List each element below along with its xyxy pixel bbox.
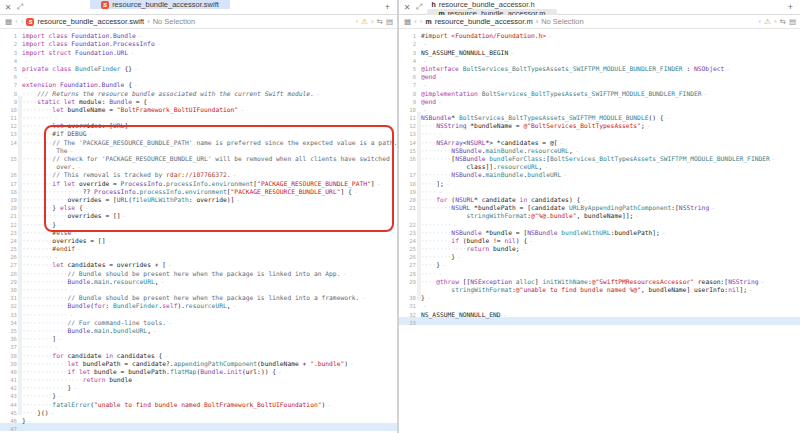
line-number[interactable]: 45 (0, 409, 18, 417)
line-number[interactable]: 27 (0, 261, 18, 269)
code-line[interactable]: 16········// This removal is tracked by … (0, 169, 397, 177)
code-line[interactable]: 15········NSBundle.mainBundle.resourceUR… (399, 145, 800, 153)
code-line[interactable]: class]].resourceURL,- (399, 161, 800, 169)
line-number[interactable]: 21 (0, 212, 18, 220)
code-line[interactable]: 14····NSArray<NSURL*> *candidates = @[- (399, 136, 800, 144)
code-line[interactable]: 10········let bundleName = "BoltFramewor… (0, 104, 397, 112)
line-number[interactable]: 29 (399, 278, 417, 286)
line-number[interactable]: 22 (0, 221, 18, 229)
code-line[interactable]: 43········}- (0, 390, 397, 398)
line-number[interactable]: 29 (0, 278, 18, 286)
line-number[interactable]: 28 (399, 270, 417, 278)
code-line[interactable]: 34············// For command-line tools.… (0, 317, 397, 325)
code-line[interactable]: 21········NSURL *bundlePath = [candidate… (399, 202, 800, 210)
line-number[interactable]: 34 (0, 319, 18, 327)
line-number[interactable]: 7 (0, 81, 18, 89)
code-line[interactable]: 3NS_ASSUME_NONNULL_BEGIN- (399, 46, 800, 54)
line-number[interactable]: 16 (0, 171, 18, 179)
line-number[interactable]: 42 (0, 384, 18, 392)
line-number[interactable]: 18 (399, 180, 417, 188)
code-line[interactable]: 24········overrides = []- (0, 235, 397, 243)
line-number[interactable]: 25 (399, 245, 417, 253)
previous-issue-icon[interactable]: ‹ (356, 17, 359, 26)
code-line[interactable]: stringWithFormat:@"%@.bundle", bundleNam… (399, 210, 800, 218)
line-number[interactable]: 47 (0, 425, 18, 433)
line-number[interactable]: 20 (0, 204, 18, 212)
code-line[interactable]: 12····NSString *bundleName = @"BoltServi… (399, 120, 800, 128)
code-line[interactable]: 26········}- (399, 251, 800, 259)
tab-resource_bundle_accessor.h[interactable]: hresource_bundle_accessor.h (427, 0, 539, 9)
line-number[interactable]: 16 (399, 155, 417, 163)
code-editor-objc[interactable]: 1#import <Foundation/Foundation.h>-2-3NS… (399, 28, 800, 433)
code-line[interactable]: 7- (399, 79, 800, 87)
code-line[interactable]: 4- (0, 55, 397, 63)
line-number[interactable]: 4 (0, 57, 18, 65)
enter-fullscreen-icon[interactable]: ⤢ (15, 2, 25, 12)
line-number[interactable]: 2 (399, 40, 417, 48)
code-line[interactable]: 35············Bundle.main.bundleURL,- (0, 325, 397, 333)
line-number[interactable]: 6 (399, 73, 417, 81)
line-number[interactable]: 30 (399, 294, 417, 302)
code-line[interactable]: 21············overrides = []- (0, 210, 397, 218)
line-number[interactable]: 41 (0, 376, 18, 384)
code-line[interactable]: 32NS_ASSUME_NONNULL_END- (399, 308, 800, 316)
code-line[interactable]: 10- (399, 104, 800, 112)
line-number[interactable]: 35 (0, 327, 18, 335)
code-line[interactable]: 39············let bundlePath = candidate… (0, 358, 397, 366)
code-editor-swift[interactable]: 1import class Foundation.Bundle-2import … (0, 28, 397, 433)
code-line[interactable]: 19············overrides = [URL(fileURLWi… (0, 194, 397, 202)
line-number[interactable]: 6 (0, 73, 18, 81)
code-line[interactable]: 24········if (bundle != nil) {- (399, 235, 800, 243)
code-line[interactable]: 15········// check for 'PACKAGE_RESOURCE… (0, 153, 397, 161)
next-issue-icon[interactable]: › (371, 17, 374, 26)
line-number[interactable]: 22 (399, 221, 417, 229)
code-line[interactable]: 33············- (0, 308, 397, 316)
line-number[interactable]: 30 (0, 286, 18, 294)
line-number[interactable]: 40 (0, 368, 18, 376)
adjust-editor-options-icon[interactable]: ▤ (386, 17, 393, 26)
code-line[interactable]: The- (0, 145, 397, 153)
line-number[interactable]: 3 (0, 49, 18, 57)
code-line[interactable]: 30}- (399, 292, 800, 300)
warning-icon[interactable]: ⚠ (361, 17, 368, 26)
line-number[interactable]: 3 (399, 49, 417, 57)
line-number[interactable]: 44 (0, 401, 18, 409)
code-line[interactable]: 46}- (0, 415, 397, 423)
related-items-icon[interactable]: ▦ (404, 17, 411, 26)
line-number[interactable]: 2 (0, 40, 18, 48)
go-forward-icon[interactable]: › (21, 17, 24, 26)
line-number[interactable]: 15 (399, 147, 417, 155)
line-number[interactable]: 17 (0, 180, 18, 188)
warning-icon[interactable]: ⚠ (764, 17, 771, 26)
code-line[interactable]: 13········#if DEBUG- (0, 128, 397, 136)
line-number[interactable]: 46 (0, 417, 18, 425)
code-line[interactable]: 11········- (0, 112, 397, 120)
breadcrumb-selection[interactable]: No Selection (541, 17, 584, 26)
code-line[interactable]: 5@interface BoltServices_BoltTypesAssets… (399, 63, 800, 71)
line-number[interactable]: 38 (0, 352, 18, 360)
code-line[interactable]: 27····}- (399, 259, 800, 267)
line-number[interactable]: 7 (399, 81, 417, 89)
code-line[interactable]: over.- (0, 161, 397, 169)
line-number[interactable]: 19 (0, 196, 18, 204)
code-line[interactable]: 1#import <Foundation/Foundation.h>- (399, 30, 800, 38)
code-review-icon[interactable]: ⇆ (377, 17, 383, 26)
line-number[interactable]: 23 (0, 229, 18, 237)
line-number[interactable]: 32 (0, 302, 18, 310)
code-line[interactable]: 31············// Bundle should be presen… (0, 292, 397, 300)
code-line[interactable]: 17········NSBundle.mainBundle.bundleURL- (399, 169, 800, 177)
line-number[interactable]: 36 (0, 335, 18, 343)
code-line[interactable]: 25············return bundle;- (399, 243, 800, 251)
line-number[interactable]: 10 (399, 106, 417, 114)
code-line[interactable]: 9····static let module: Bundle = {- (0, 96, 397, 104)
close-split-icon[interactable]: ✕ (402, 3, 412, 12)
add-tab-icon[interactable]: + (788, 0, 793, 14)
code-line[interactable]: 17········if let override = ProcessInfo.… (0, 177, 397, 185)
line-number[interactable]: 1 (399, 32, 417, 40)
related-items-icon[interactable]: ▦ (5, 17, 12, 26)
code-line[interactable]: stringWithFormat:@"unable to find bundle… (399, 284, 800, 292)
tab-resource_bundle_accessor.swift[interactable]: Sresource_bundle_accessor.swift (90, 0, 230, 9)
add-tab-icon[interactable]: + (385, 0, 390, 14)
line-number[interactable]: 11 (0, 114, 18, 122)
enter-fullscreen-icon[interactable]: ⤢ (414, 2, 424, 12)
